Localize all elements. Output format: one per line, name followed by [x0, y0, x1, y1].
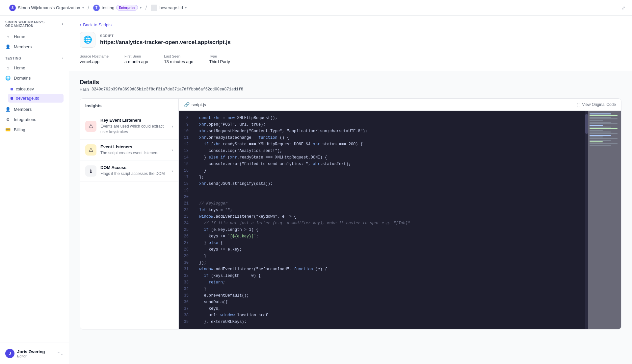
sidebar-global-nav: ⌂ Home 👤 Members [0, 30, 69, 53]
view-original-icon: ⬚ [577, 102, 580, 107]
meta-source-hostname-label: Source Hostname [80, 54, 109, 58]
beverage-dot-icon [11, 97, 13, 100]
code-line: xhr.send(JSON.stringify(data)); [193, 181, 585, 187]
breadcrumb-org[interactable]: S Simon Wijckmans's Organization ▾ [7, 3, 87, 12]
dom-access-body: DOM Access Flags if the script accesses … [100, 165, 168, 177]
line-number: 36 [179, 299, 193, 305]
code-line: keys, [193, 305, 585, 312]
line-number: 24 [179, 220, 193, 227]
code-body[interactable]: 8910111213141516171819202122232425262728… [179, 111, 621, 329]
topnav-right: ⤢ [621, 5, 625, 11]
line-number: 39 [179, 319, 193, 325]
line-numbers: 8910111213141516171819202122232425262728… [179, 111, 193, 329]
code-line: } [193, 286, 585, 292]
domain-dash-icon: — [151, 5, 157, 11]
user-info[interactable]: J Joris Zwering Editor ⌃⌄ [3, 347, 66, 360]
sidebar-testing-nav: ⌂ Home 🌐 Domains cside.dev beverage.ltd … [0, 61, 69, 136]
sidebar-domain-beverage[interactable]: beverage.ltd [8, 94, 64, 103]
scrollbar[interactable] [585, 111, 588, 329]
line-number: 21 [179, 200, 193, 207]
dom-access-desc: Flags if the script accesses the DOM [100, 171, 168, 177]
user-name: Joris Zwering [17, 349, 45, 354]
view-original-button[interactable]: ⬚ View Original Code [577, 102, 616, 107]
script-title-row: 🌐 SCRIPT https://analytics-tracker-open.… [80, 32, 621, 48]
sidebar: SIMON WIJCKMANS'S ORGANIZATION › ⌂ Home … [0, 16, 69, 364]
line-number: 30 [179, 259, 193, 266]
sidebar-org: SIMON WIJCKMANS'S ORGANIZATION › [0, 16, 69, 30]
code-line: // If it's not just a letter (e.g. a mod… [193, 220, 585, 227]
line-number: 23 [179, 213, 193, 220]
hash-row: Hash 8249c762b39fa3690d85b1c3f8cf31a7de3… [80, 87, 621, 92]
line-number: 28 [179, 246, 193, 253]
breadcrumb-testing[interactable]: T testing Enterprise ▾ [91, 3, 144, 12]
sidebar-org-chevron-icon: › [62, 21, 64, 27]
topnav: S Simon Wijckmans's Organization ▾ / T t… [0, 0, 632, 16]
code-line: if (e.key.length > 1) { [193, 227, 585, 233]
insights-header: Insights [80, 99, 178, 113]
meta-last-seen-value: 13 minutes ago [164, 59, 193, 64]
layout: SIMON WIJCKMANS'S ORGANIZATION › ⌂ Home … [0, 16, 632, 364]
sidebar-section-chevron-icon[interactable]: › [62, 57, 64, 60]
code-panel: 🔗 script.js ⬚ View Original Code 8910111… [179, 99, 621, 329]
line-number: 12 [179, 141, 193, 148]
sidebar-item-billing[interactable]: 💳 Billing [3, 125, 66, 134]
event-listeners-title: Event Listeners [100, 144, 168, 149]
code-line: return; [193, 279, 585, 286]
code-line: keys += e.key; [193, 246, 585, 253]
script-label: SCRIPT [100, 34, 231, 38]
sidebar-item-members-global[interactable]: 👤 Members [3, 42, 66, 52]
integrations-icon: ⚙ [5, 117, 11, 122]
sidebar-bottom: J Joris Zwering Editor ⌃⌄ [0, 343, 69, 364]
breadcrumb-domain[interactable]: — beverage.ltd ▾ [148, 3, 189, 12]
insight-item-key-event[interactable]: ⚠ Key Event Listeners Events are used wh… [80, 113, 178, 140]
sidebar-item-home-global[interactable]: ⌂ Home [3, 32, 66, 41]
sidebar-org-name[interactable]: SIMON WIJCKMANS'S ORGANIZATION › [5, 20, 64, 28]
line-number: 32 [179, 273, 193, 279]
main-content: ‹ Back to Scripts 🌐 SCRIPT https://analy… [69, 16, 632, 364]
code-line: console.log("Analytics sent!"); [193, 148, 585, 154]
sidebar-item-integrations[interactable]: ⚙ Integrations [3, 114, 66, 124]
insights-sidebar: Insights ⚠ Key Event Listeners Events ar… [80, 99, 179, 329]
script-url: https://analytics-tracker-open.vercel.ap… [100, 39, 231, 46]
code-line: e.preventDefault(); [193, 292, 585, 299]
globe-icon: 🌐 [5, 75, 11, 81]
testing-chevron-icon: ▾ [140, 6, 142, 10]
meta-last-seen: Last Seen 13 minutes ago [164, 54, 193, 64]
line-number: 37 [179, 305, 193, 312]
code-line: } [193, 167, 585, 174]
details-section: Details Hash 8249c762b39fa3690d85b1c3f8c… [69, 71, 632, 337]
members-icon: 👤 [5, 44, 11, 49]
line-number: 20 [179, 194, 193, 200]
meta-first-seen-value: a month ago [124, 59, 148, 64]
home2-icon: ⌂ [5, 65, 11, 70]
org-chevron-icon: ▾ [82, 6, 84, 10]
code-line [193, 187, 585, 194]
enterprise-badge: Enterprise [116, 5, 138, 11]
line-number: 11 [179, 134, 193, 141]
back-arrow-icon: ‹ [80, 22, 81, 27]
scrollbar-thumb[interactable] [585, 114, 588, 134]
line-number: 14 [179, 154, 193, 161]
expand-icon[interactable]: ⤢ [621, 5, 625, 11]
key-event-body: Key Event Listeners Events are used whic… [100, 118, 168, 135]
code-line: } else if (xhr.readyState === XMLHttpReq… [193, 154, 585, 161]
code-content: const xhr = new XMLHttpRequest();xhr.ope… [193, 111, 585, 329]
code-tab[interactable]: 🔗 script.js [184, 102, 206, 107]
line-number: 16 [179, 167, 193, 174]
key-event-chevron-icon: › [171, 124, 173, 129]
breadcrumb: S Simon Wijckmans's Organization ▾ / T t… [7, 3, 189, 12]
insight-item-event-listeners[interactable]: ⚠ Event Listeners The script creates eve… [80, 140, 178, 161]
meta-type-label: Type [209, 54, 230, 58]
org-avatar: S [9, 5, 16, 11]
dom-access-chevron-icon: › [171, 168, 173, 174]
sidebar-item-home[interactable]: ⌂ Home [3, 63, 66, 73]
breadcrumb-sep-1: / [88, 5, 89, 11]
line-number: 18 [179, 181, 193, 187]
sidebar-item-members[interactable]: 👤 Members [3, 104, 66, 114]
back-to-scripts-link[interactable]: ‹ Back to Scripts [80, 22, 621, 27]
insight-item-dom-access[interactable]: ℹ DOM Access Flags if the script accesse… [80, 160, 178, 182]
user-chevron-icon: ⌃⌄ [57, 351, 64, 356]
sidebar-domain-cside[interactable]: cside.dev [8, 85, 64, 93]
testing-avatar: T [93, 5, 100, 11]
sidebar-item-domains[interactable]: 🌐 Domains [3, 73, 66, 83]
